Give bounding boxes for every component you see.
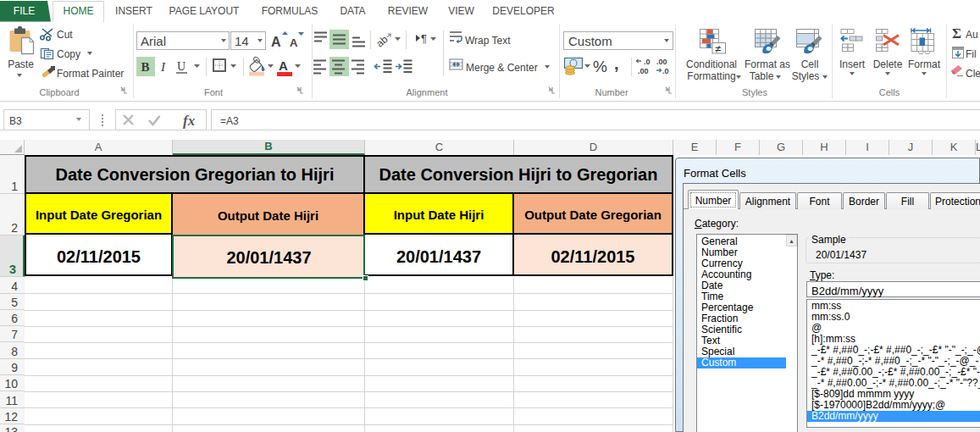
svg-text:≠: ≠ (715, 42, 721, 55)
svg-text:.00: .00 (638, 67, 649, 75)
svg-text:%: % (593, 58, 607, 75)
svg-text:A: A (290, 36, 298, 49)
svg-text:¶: ¶ (421, 32, 427, 45)
svg-text:A: A (271, 35, 281, 49)
svg-text:B: B (141, 60, 150, 74)
svg-text:fx: fx (183, 113, 196, 129)
svg-text:U: U (177, 60, 185, 73)
svg-text:Σ: Σ (952, 25, 961, 42)
svg-text:ab: ab (374, 33, 390, 50)
svg-text:.0: .0 (644, 58, 651, 66)
svg-text:.00: .00 (656, 58, 667, 66)
svg-text:,: , (614, 54, 619, 73)
svg-text:I: I (160, 60, 166, 74)
svg-text:A: A (279, 58, 288, 73)
svg-text:.0: .0 (662, 67, 669, 75)
